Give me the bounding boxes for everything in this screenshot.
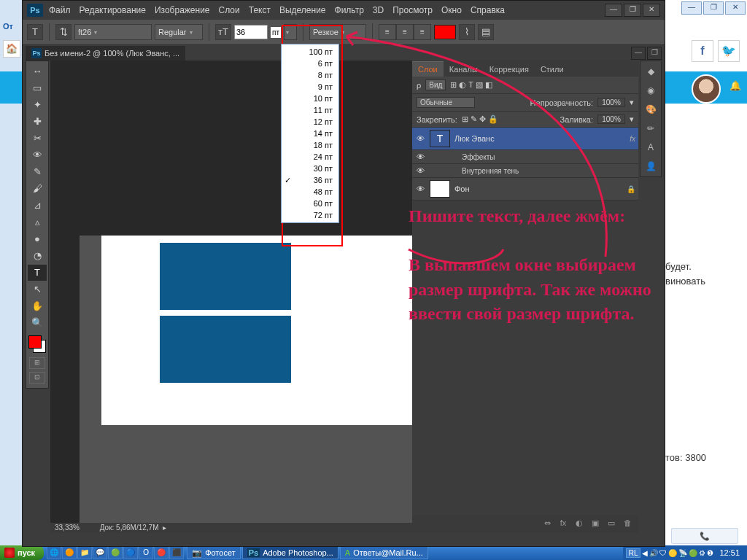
layer-inner-shadow-row[interactable]: 👁Внутренняя тень: [412, 164, 638, 178]
size-option[interactable]: 18 пт: [282, 139, 338, 151]
size-option[interactable]: 9 пт: [282, 81, 338, 93]
ql-icon[interactable]: 🟢: [108, 546, 123, 559]
adjust-layer-icon[interactable]: ▣: [589, 518, 602, 530]
screenmode-icon[interactable]: ⊡: [29, 372, 45, 384]
character-panel-icon[interactable]: ▤: [478, 24, 494, 40]
healing-tool-icon[interactable]: ✎: [28, 164, 47, 180]
delete-layer-icon[interactable]: 🗑: [621, 518, 634, 530]
panel-icon-5[interactable]: A: [642, 139, 659, 156]
size-option[interactable]: 100 пт: [282, 46, 338, 58]
tray-icon[interactable]: 🟡: [668, 549, 677, 557]
type-tool-icon[interactable]: T: [28, 265, 47, 281]
ql-icon[interactable]: O: [139, 546, 153, 559]
mask-icon[interactable]: ◐: [573, 518, 586, 530]
font-size-input[interactable]: [234, 25, 268, 39]
close-button[interactable]: ✕: [725, 1, 746, 15]
layer-effects-row[interactable]: 👁Эффекты: [412, 150, 638, 164]
home-icon[interactable]: 🏠: [3, 40, 20, 58]
align-right-icon[interactable]: ≡: [414, 24, 431, 40]
menu-help[interactable]: Справка: [471, 5, 505, 15]
lasso-tool-icon[interactable]: ✦: [28, 97, 47, 113]
align-left-icon[interactable]: ≡: [379, 24, 396, 40]
brush-tool-icon[interactable]: 🖌: [28, 181, 47, 197]
ql-icon[interactable]: 💬: [93, 546, 107, 559]
visibility-icon[interactable]: 👁: [415, 134, 425, 143]
opacity-value[interactable]: 100%: [597, 98, 625, 107]
menu-file[interactable]: Файл: [49, 5, 71, 15]
menu-view[interactable]: Просмотр: [392, 5, 433, 15]
size-option[interactable]: 24 пт: [282, 151, 338, 163]
menu-filter[interactable]: Фильтр: [335, 5, 364, 15]
gradient-tool-icon[interactable]: ●: [28, 231, 47, 247]
menu-edit[interactable]: Редактирование: [80, 5, 146, 15]
eyedropper-tool-icon[interactable]: 👁: [28, 147, 47, 163]
tray-icon[interactable]: 🔊: [649, 549, 658, 557]
panel-icon-3[interactable]: 🎨: [642, 101, 659, 118]
size-option[interactable]: 6 пт: [282, 58, 338, 69]
size-option[interactable]: 48 пт: [282, 186, 338, 198]
pen-tool-icon[interactable]: ◔: [28, 248, 47, 264]
tray-icon[interactable]: ❶: [707, 549, 713, 557]
taskbar-button-answers[interactable]: AОтветы@Mail.Ru...: [340, 546, 428, 559]
tray-icon[interactable]: 📡: [678, 549, 687, 557]
font-family-dropdown[interactable]: ft26▾: [74, 24, 152, 40]
ql-icon[interactable]: 🔵: [123, 546, 138, 559]
tab-layers[interactable]: Слои: [412, 61, 444, 77]
size-option-selected[interactable]: 36 пт: [282, 174, 338, 186]
menu-image[interactable]: Изображение: [155, 5, 210, 15]
panel-icon-2[interactable]: ◉: [642, 82, 659, 99]
menu-text[interactable]: Текст: [249, 5, 271, 15]
tray-icon[interactable]: 🛡: [659, 549, 667, 557]
panel-icon-6[interactable]: 👤: [642, 158, 659, 175]
size-option[interactable]: 30 пт: [282, 163, 338, 174]
notification-bell-icon[interactable]: [727, 79, 743, 95]
path-select-tool-icon[interactable]: ↖: [28, 281, 47, 298]
eraser-tool-icon[interactable]: ▵: [28, 214, 47, 230]
new-layer-icon[interactable]: ▭: [605, 518, 618, 530]
menu-3d[interactable]: 3D: [373, 5, 384, 15]
tray-icon[interactable]: ◀: [642, 549, 648, 557]
tray-icon[interactable]: ⚙: [699, 549, 705, 557]
ql-icon[interactable]: ⬛: [169, 546, 184, 559]
panel-icon-4[interactable]: ✏: [642, 120, 659, 137]
zoom-tool-icon[interactable]: 🔍: [28, 315, 47, 331]
maximize-button[interactable]: ❐: [703, 1, 724, 15]
hand-tool-icon[interactable]: ✋: [28, 298, 47, 314]
main-zoom[interactable]: 33,33%: [55, 524, 80, 532]
font-style-dropdown[interactable]: Regular▾: [155, 24, 203, 40]
fx-icon[interactable]: fx: [557, 518, 570, 530]
layer-text[interactable]: 👁 T Люк Эванс fx: [412, 128, 638, 150]
taskbar-button-photoset[interactable]: 📷Фотосет: [187, 546, 241, 559]
menu-window[interactable]: Окно: [441, 5, 462, 15]
layer-background[interactable]: 👁 Фон 🔒: [412, 178, 638, 201]
color-swatches[interactable]: [28, 335, 46, 353]
language-indicator[interactable]: RL: [626, 548, 641, 558]
crop-tool-icon[interactable]: ✂: [28, 131, 47, 147]
ql-icon[interactable]: 🌐: [47, 546, 61, 559]
size-option[interactable]: 12 пт: [282, 116, 338, 128]
marquee-tool-icon[interactable]: ▭: [28, 80, 47, 96]
magic-wand-tool-icon[interactable]: ✚: [28, 114, 47, 130]
blend-mode-dropdown[interactable]: Обычные: [417, 97, 475, 108]
tray-icon[interactable]: 🟢: [689, 549, 697, 557]
stamp-tool-icon[interactable]: ⊿: [28, 198, 47, 214]
panel-icon-1[interactable]: ◆: [642, 63, 659, 80]
align-center-icon[interactable]: ≡: [396, 24, 414, 40]
move-tool-icon[interactable]: ↔: [28, 63, 47, 79]
document-tab[interactable]: Ps Без имени-2 @ 100% (Люк Эванс, ...: [26, 46, 185, 61]
tab-channels[interactable]: Каналы: [444, 62, 484, 77]
start-button[interactable]: пуск: [0, 545, 44, 560]
ps-maximize-button[interactable]: ❐: [624, 4, 641, 17]
ql-icon[interactable]: 🟠: [62, 546, 77, 559]
size-option[interactable]: 60 пт: [282, 198, 338, 209]
phone-button[interactable]: 📞: [671, 528, 738, 544]
tab-adjustments[interactable]: Коррекция: [484, 62, 535, 77]
clock[interactable]: 12:51: [715, 548, 744, 557]
size-option[interactable]: 10 пт: [282, 93, 338, 104]
fill-value[interactable]: 100%: [597, 114, 625, 124]
layer-filter-kind[interactable]: Вид: [425, 79, 446, 90]
minimize-button[interactable]: —: [681, 1, 702, 15]
ps-minimize-button[interactable]: —: [605, 4, 622, 17]
link-layers-icon[interactable]: ⇔: [541, 518, 554, 530]
tab-styles[interactable]: Стили: [535, 62, 570, 77]
